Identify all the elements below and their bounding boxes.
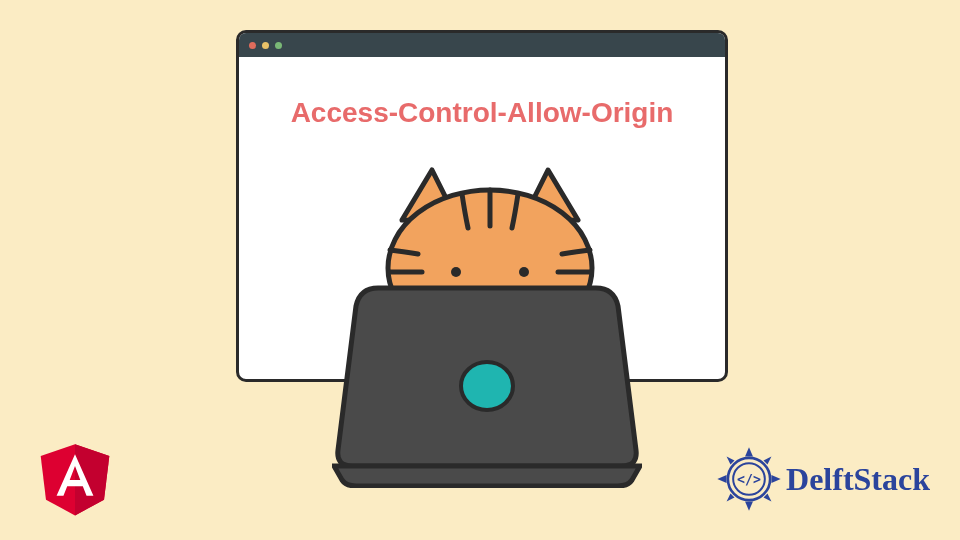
window-title-bar <box>239 33 725 57</box>
svg-marker-6 <box>745 447 753 456</box>
svg-marker-9 <box>771 475 780 483</box>
window-content: Access-Control-Allow-Origin <box>239 57 725 169</box>
svg-marker-7 <box>745 501 753 510</box>
delftstack-logo: </> DelftStack <box>716 446 930 512</box>
svg-point-3 <box>461 362 513 410</box>
delftstack-brand-text: DelftStack <box>786 461 930 498</box>
svg-text:</>: </> <box>737 472 761 487</box>
svg-marker-8 <box>717 475 726 483</box>
maximize-icon <box>275 42 282 49</box>
close-icon <box>249 42 256 49</box>
headline-text: Access-Control-Allow-Origin <box>269 97 695 129</box>
minimize-icon <box>262 42 269 49</box>
svg-point-1 <box>451 267 461 277</box>
delftstack-seal-icon: </> <box>716 446 782 512</box>
laptop-illustration <box>332 278 642 488</box>
svg-marker-5 <box>75 444 109 515</box>
angular-logo-icon <box>36 436 114 518</box>
svg-point-2 <box>519 267 529 277</box>
